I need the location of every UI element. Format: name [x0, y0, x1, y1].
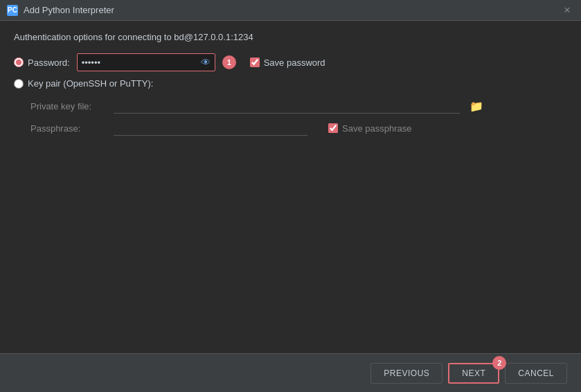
- next-button[interactable]: NEXT: [448, 363, 499, 384]
- save-password-wrapper: Save password: [250, 57, 325, 68]
- password-radio[interactable]: [14, 57, 24, 67]
- private-key-input[interactable]: [114, 98, 460, 114]
- save-password-checkbox[interactable]: [250, 57, 260, 67]
- save-passphrase-checkbox[interactable]: [328, 123, 338, 133]
- step-2-badge: 2: [492, 356, 506, 370]
- bottom-bar: PREVIOUS NEXT 2 CANCEL: [0, 353, 581, 392]
- show-password-icon[interactable]: 👁: [201, 57, 211, 67]
- dialog-title: Add Python Interpreter: [24, 5, 114, 15]
- app-icon: PC: [7, 5, 18, 16]
- password-input-wrapper: 👁: [77, 53, 215, 71]
- passphrase-row: Passphrase: Save passphrase: [30, 121, 567, 136]
- save-passphrase-wrapper: Save passphrase: [328, 123, 411, 134]
- password-row: Password: 👁 1 Save password: [14, 53, 567, 71]
- password-input[interactable]: [78, 57, 215, 68]
- private-key-row: Private key file: 📁: [30, 98, 567, 114]
- save-password-label: Save password: [264, 57, 325, 68]
- keypair-row: Key pair (OpenSSH or PuTTY):: [14, 78, 567, 89]
- keypair-radio[interactable]: [14, 79, 24, 89]
- passphrase-input[interactable]: [114, 121, 307, 136]
- subtitle-text: Authentication options for connecting to…: [14, 32, 567, 42]
- password-label: Password:: [28, 57, 70, 68]
- browse-button[interactable]: 📁: [467, 100, 486, 113]
- close-button[interactable]: ×: [560, 3, 574, 17]
- save-passphrase-label: Save passphrase: [342, 123, 411, 134]
- dialog-body: Authentication options for connecting to…: [0, 21, 581, 154]
- keypair-label: Key pair (OpenSSH or PuTTY):: [28, 78, 153, 89]
- title-bar: PC Add Python Interpreter ×: [0, 0, 581, 21]
- keypair-radio-label[interactable]: Key pair (OpenSSH or PuTTY):: [14, 78, 153, 89]
- next-button-wrapper: NEXT 2: [448, 363, 499, 384]
- password-radio-label[interactable]: Password:: [14, 57, 70, 68]
- title-bar-left: PC Add Python Interpreter: [7, 5, 114, 16]
- previous-button[interactable]: PREVIOUS: [370, 363, 443, 384]
- passphrase-label: Passphrase:: [30, 123, 107, 134]
- private-key-label: Private key file:: [30, 101, 107, 112]
- cancel-button[interactable]: CANCEL: [505, 363, 567, 384]
- step-1-badge: 1: [222, 55, 236, 69]
